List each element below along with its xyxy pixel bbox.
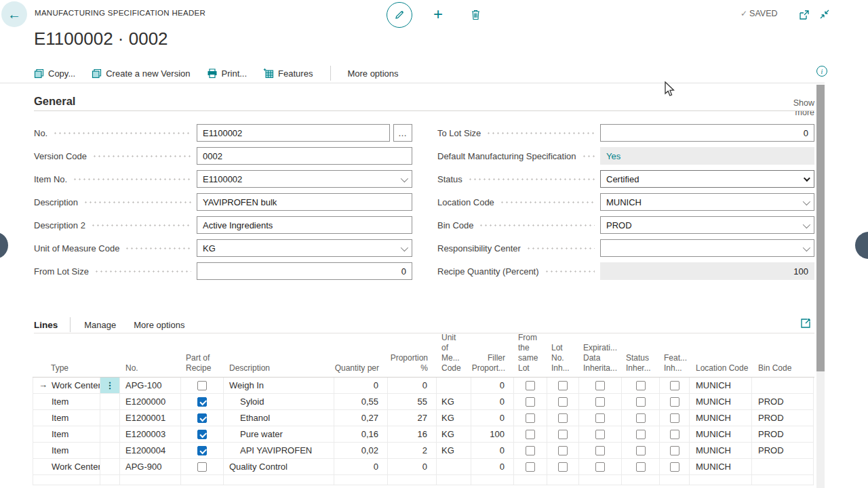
checkbox[interactable] [636, 462, 646, 472]
type-cell[interactable]: Item [33, 443, 100, 459]
bin-code-dropdown[interactable]: PROD [600, 216, 814, 234]
checkbox[interactable] [595, 381, 605, 390]
uom-cell[interactable] [437, 378, 471, 394]
collapse-window-button[interactable] [818, 8, 831, 20]
column-header-proportion[interactable]: Proportion % [388, 353, 437, 377]
status-inheritance-cell[interactable] [622, 475, 660, 485]
more-options-button[interactable]: More options [347, 68, 398, 79]
bin-code-cell[interactable]: PROD [752, 426, 814, 443]
no-cell[interactable]: E1200001 [120, 410, 181, 426]
expiration-inheritance-cell[interactable] [579, 426, 622, 443]
feature-inheritance-cell[interactable] [660, 394, 690, 410]
checkbox[interactable] [558, 381, 568, 390]
description-cell[interactable]: Pure water [224, 426, 334, 443]
no-cell[interactable] [120, 475, 181, 485]
from-same-lot-cell[interactable] [514, 378, 547, 394]
no-cell[interactable]: E1200003 [120, 426, 181, 443]
checkbox[interactable] [670, 446, 679, 455]
new-record-button[interactable]: + [429, 5, 447, 23]
type-cell[interactable]: Item [33, 426, 100, 443]
type-cell[interactable]: →Work Center [33, 378, 100, 394]
checkbox[interactable] [526, 381, 535, 390]
column-header-expiration-data-inheritance[interactable]: Expirati... Data Inherita... [579, 343, 622, 377]
part-of-recipe-cell[interactable] [181, 378, 224, 394]
create-new-version-button[interactable]: Create a new Version [92, 68, 190, 79]
unit-of-measure-dropdown[interactable]: KG [197, 239, 412, 257]
location-code-dropdown[interactable]: MUNICH [600, 193, 814, 211]
status-inheritance-cell[interactable] [622, 426, 660, 443]
bin-code-cell[interactable]: PROD [752, 443, 814, 459]
filler-proportion-cell[interactable]: 0 [471, 459, 514, 475]
checkbox[interactable] [558, 397, 568, 407]
checkbox[interactable] [636, 413, 646, 423]
filler-proportion-cell[interactable]: 0 [471, 378, 514, 394]
edit-button[interactable] [387, 2, 412, 28]
checkbox[interactable] [197, 446, 207, 455]
no-cell[interactable]: APG-900 [120, 459, 181, 475]
to-lot-size-input[interactable]: 0 [600, 124, 814, 142]
column-header-feature-inheritance[interactable]: Feat... Inh... [660, 353, 690, 377]
checkbox[interactable] [197, 430, 207, 439]
uom-cell[interactable]: KG [437, 426, 471, 443]
description-cell[interactable]: Quality Control [224, 459, 334, 475]
expiration-inheritance-cell[interactable] [579, 394, 622, 410]
features-button[interactable]: Features [263, 68, 313, 79]
filler-proportion-cell[interactable]: 100 [471, 426, 514, 443]
no-input[interactable]: E1100002 [197, 124, 390, 142]
open-in-new-window-button[interactable] [798, 9, 810, 21]
lot-no-inheritance-cell[interactable] [547, 378, 579, 394]
part-of-recipe-cell[interactable] [181, 443, 224, 459]
lot-no-inheritance-cell[interactable] [547, 426, 579, 443]
status-select[interactable]: Certified [600, 170, 814, 188]
back-button[interactable]: ← [1, 1, 27, 27]
feature-inheritance-cell[interactable] [660, 443, 690, 459]
version-code-input[interactable]: 0002 [197, 147, 412, 165]
expiration-inheritance-cell[interactable] [579, 475, 622, 485]
feature-inheritance-cell[interactable] [660, 426, 690, 443]
lines-more-options-button[interactable]: More options [134, 320, 184, 330]
lot-no-inheritance-cell[interactable] [547, 459, 579, 475]
status-inheritance-cell[interactable] [622, 443, 660, 459]
from-same-lot-cell[interactable] [514, 443, 547, 459]
part-of-recipe-cell[interactable] [181, 475, 224, 485]
from-same-lot-cell[interactable] [514, 475, 547, 485]
row-options-cell[interactable] [100, 443, 120, 459]
part-of-recipe-cell[interactable] [181, 459, 224, 475]
bin-code-cell[interactable] [752, 475, 814, 485]
checkbox[interactable] [636, 381, 646, 390]
row-options-cell[interactable] [100, 410, 120, 426]
type-cell[interactable] [33, 475, 100, 485]
previous-record-button[interactable] [0, 232, 8, 259]
description-cell[interactable] [224, 475, 334, 485]
row-options-cell[interactable] [100, 426, 120, 443]
column-header-bin-code[interactable]: Bin Code [752, 363, 814, 377]
checkbox[interactable] [526, 430, 535, 439]
row-options-cell[interactable] [100, 475, 120, 485]
bin-code-cell[interactable] [752, 378, 814, 394]
lot-no-inheritance-cell[interactable] [547, 394, 579, 410]
type-cell[interactable]: Item [33, 410, 100, 426]
column-header-filler-proportion[interactable]: Filler Proport... [471, 353, 514, 377]
feature-inheritance-cell[interactable] [660, 475, 690, 485]
feature-inheritance-cell[interactable] [660, 410, 690, 426]
column-header-no[interactable]: No. [120, 363, 181, 377]
lot-no-inheritance-cell[interactable] [547, 410, 579, 426]
column-header-part-of-recipe[interactable]: Part of Recipe [181, 353, 224, 377]
from-same-lot-cell[interactable] [514, 410, 547, 426]
status-inheritance-cell[interactable] [622, 459, 660, 475]
column-header-type[interactable]: Type [33, 363, 100, 377]
quantity-per-cell[interactable]: 0 [334, 459, 388, 475]
feature-inheritance-cell[interactable] [660, 459, 690, 475]
row-options-cell[interactable] [100, 394, 120, 410]
show-more-link[interactable]: Show more [780, 98, 814, 117]
column-header-status-inheritance[interactable]: Status Inher... [622, 353, 660, 377]
filler-proportion-cell[interactable]: 0 [471, 443, 514, 459]
description-2-input[interactable]: Active Ingredients [197, 216, 412, 234]
checkbox[interactable] [636, 430, 646, 439]
uom-cell[interactable] [437, 475, 471, 485]
description-cell[interactable]: API YAVIPROFEN [224, 443, 334, 459]
column-header-lot-no-inheritance[interactable]: Lot No. Inh... [547, 343, 579, 377]
vertical-scrollbar[interactable] [816, 85, 825, 488]
uom-cell[interactable] [437, 459, 471, 475]
from-same-lot-cell[interactable] [514, 394, 547, 410]
